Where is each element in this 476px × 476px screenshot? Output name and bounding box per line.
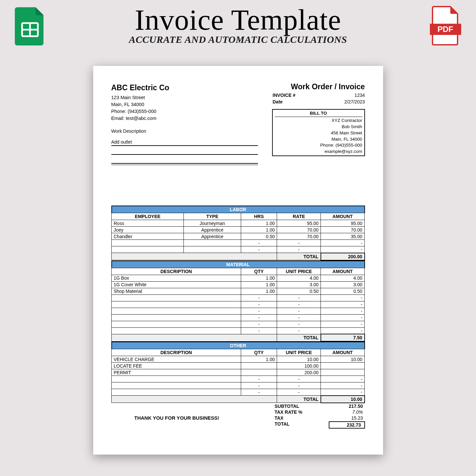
work-desc-line xyxy=(111,164,258,165)
col-amount: AMOUNT xyxy=(321,349,365,356)
work-description: Work Description Add outlet xyxy=(111,128,258,165)
page-title: Invoice Template xyxy=(0,3,476,37)
table-row: ChandlerApprentice0.5070.0035.00 xyxy=(112,233,365,240)
table-row: --- xyxy=(112,321,365,327)
table-row: --- xyxy=(112,246,365,253)
thank-you-message: THANK YOU FOR YOUR BUSINESS! xyxy=(134,415,365,421)
col-amount: AMOUNT xyxy=(321,213,365,220)
other-total-row: TOTAL 10.00 xyxy=(112,396,365,403)
table-row: --- xyxy=(112,382,365,389)
table-row: --- xyxy=(112,314,365,321)
invoice-date-label: Date xyxy=(273,99,283,104)
company-addr1: 123 Main Street xyxy=(111,94,169,101)
table-row: --- xyxy=(112,389,365,396)
col-qty: QTY xyxy=(241,349,277,356)
labor-total-row: TOTAL 200.00 xyxy=(112,253,365,260)
col-type: TYPE xyxy=(184,213,241,220)
pdf-icon: PDF xyxy=(430,6,461,47)
work-desc-line xyxy=(111,147,258,155)
tax-label: TAX xyxy=(275,415,284,421)
col-unit-price: UNIT PRICE xyxy=(277,349,321,356)
invoice-num-label: INVOICE # xyxy=(273,93,295,98)
bill-to-line: 456 Main Street xyxy=(275,130,362,136)
bill-to-line: example@xyz.com xyxy=(275,149,362,155)
bill-to-line: Main, FL 34000 xyxy=(275,136,362,143)
company-phone: Phone: (943)555-000 xyxy=(111,108,169,115)
invoice-date: 2/27/2023 xyxy=(344,99,365,104)
subtotal-value: 217.50 xyxy=(349,404,363,409)
bill-to-box: BILL TO XYZ Contractor Bob Smith 456 Mai… xyxy=(272,109,365,156)
col-hrs: HRS xyxy=(241,213,277,220)
col-employee: EMPLOYEE xyxy=(112,213,184,220)
col-description: DESCRIPTION xyxy=(112,349,241,356)
subtotal-label: SUBTOTAL xyxy=(275,404,299,409)
svg-text:PDF: PDF xyxy=(437,25,453,34)
labor-table: LABOR EMPLOYEE TYPE HRS RATE AMOUNT Ross… xyxy=(111,206,365,261)
material-total-row: TOTAL 7.50 xyxy=(112,334,365,341)
table-row: --- xyxy=(112,301,365,308)
other-table: OTHER DESCRIPTION QTY UNIT PRICE AMOUNT … xyxy=(111,342,365,403)
table-row: 1G Box1.004.004.00 xyxy=(112,275,365,281)
taxrate-value: 7.0% xyxy=(352,409,363,415)
work-desc-line xyxy=(111,155,258,164)
company-addr2: Main, FL 34000 xyxy=(111,101,169,108)
total-value: 232.73 xyxy=(329,421,365,429)
table-row: --- xyxy=(112,376,365,382)
table-row: Shop Material1.000.500.50 xyxy=(112,288,365,294)
table-row: LOCATE FEE100.00 xyxy=(112,363,365,369)
company-email: Email: test@abc.com xyxy=(111,115,169,122)
bill-to-head: BILL TO xyxy=(275,110,362,117)
table-row: --- xyxy=(112,240,365,246)
col-description: DESCRIPTION xyxy=(112,268,241,275)
bill-to-line: Phone: (943)555-000 xyxy=(275,142,362,149)
total-label: TOTAL xyxy=(275,421,290,429)
table-row: --- xyxy=(112,308,365,314)
table-row: --- xyxy=(112,294,365,301)
other-section-head: OTHER xyxy=(112,342,365,349)
bill-to-line: Bob Smith xyxy=(275,124,362,130)
labor-section-head: LABOR xyxy=(112,206,365,213)
table-row: --- xyxy=(112,327,365,334)
material-table: MATERIAL DESCRIPTION QTY UNIT PRICE AMOU… xyxy=(111,261,365,342)
tax-value: 15.23 xyxy=(351,415,363,421)
col-amount: AMOUNT xyxy=(321,268,365,275)
sheets-icon xyxy=(15,6,46,47)
bill-to-line: XYZ Contractor xyxy=(275,118,362,124)
taxrate-label: TAX RATE % xyxy=(275,409,302,415)
page-subtitle: ACCURATE AND AUTOMATIC CALCULATIONS xyxy=(0,34,476,45)
work-desc-line: Add outlet xyxy=(111,138,258,146)
work-desc-label: Work Description xyxy=(111,128,258,134)
col-rate: RATE xyxy=(277,213,321,220)
table-row: PERMIT200.00 xyxy=(112,369,365,376)
invoice-title: Work Order / Invoice xyxy=(272,82,365,91)
material-section-head: MATERIAL xyxy=(112,261,365,268)
table-row: RossJourneyman1.0095.0095.00 xyxy=(112,220,365,227)
table-row: VEHICLE CHARGE1.0010.0010.00 xyxy=(112,356,365,363)
table-row: JoeyApprentice1.0070.0070.00 xyxy=(112,227,365,233)
company-name: ABC Electric Co xyxy=(111,82,169,93)
col-qty: QTY xyxy=(241,268,277,275)
col-unit-price: UNIT PRICE xyxy=(277,268,321,275)
invoice-document: ABC Electric Co 123 Main Street Main, FL… xyxy=(93,66,383,455)
table-row: 1G Cover White1.003.003.00 xyxy=(112,281,365,288)
invoice-num: 1234 xyxy=(354,93,365,98)
